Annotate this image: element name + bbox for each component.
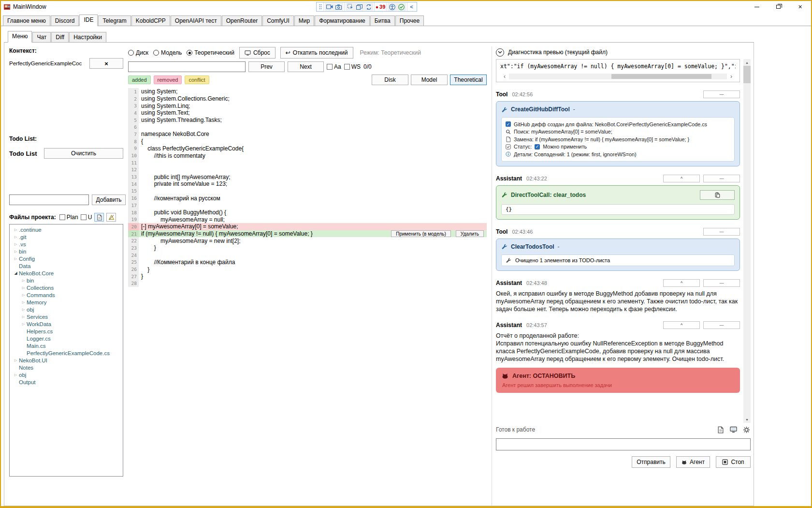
minimize-message-button[interactable]: — (703, 175, 740, 182)
tree-item-bin[interactable]: ▷bin (10, 277, 123, 284)
tree-item-logger-cs[interactable]: Logger.cs (10, 335, 123, 342)
record-video-button[interactable] (325, 3, 334, 11)
hscroll-thumb[interactable] (611, 74, 711, 79)
tree-collapsed-icon[interactable]: ▷ (13, 359, 19, 362)
tree-expanded-icon[interactable]: ◢ (13, 271, 19, 275)
tree-item-notes[interactable]: Notes (10, 364, 123, 371)
tree-item-collections[interactable]: ▷Collections (10, 284, 123, 291)
tree-item-data[interactable]: Data (10, 262, 123, 269)
tree-item-bin[interactable]: ▷bin (10, 248, 123, 255)
tree-item-services[interactable]: ▷Services (10, 313, 123, 320)
minimize-message-button[interactable]: — (703, 90, 740, 98)
tree-collapsed-icon[interactable]: ▷ (13, 228, 19, 232)
select-region-button[interactable] (346, 3, 355, 11)
whitespace-checkbox[interactable]: WS (344, 63, 361, 70)
sub-tab-diff[interactable]: Diff (51, 32, 69, 42)
reset-button[interactable]: Сброс (239, 47, 276, 59)
main-tab-главное-меню[interactable]: Главное меню (3, 15, 50, 26)
scroll-down-icon[interactable]: ▼ (743, 416, 751, 423)
add-todo-button[interactable]: Добавить (92, 194, 126, 205)
tool-call-action-button[interactable] (700, 190, 735, 200)
chat-input[interactable] (496, 438, 751, 450)
tree-item-commands[interactable]: ▷Commands (10, 291, 123, 299)
hscroll-track[interactable] (509, 74, 727, 79)
tree-item-obj[interactable]: ▷obj (10, 306, 123, 313)
vscroll-thumb[interactable] (743, 66, 751, 83)
prev-match-button[interactable]: Prev (248, 61, 285, 72)
tree-collapsed-icon[interactable]: ▷ (20, 279, 27, 283)
main-tab-telegram[interactable]: Telegram (98, 15, 130, 26)
view-disk-button[interactable]: Disk (372, 75, 408, 85)
tree-collapsed-icon[interactable]: ▷ (13, 250, 19, 254)
tree-item-git[interactable]: ▷.git (10, 233, 123, 240)
tree-item-main-cs[interactable]: Main.cs (10, 342, 123, 349)
messages-scrollbar[interactable]: ▲ ▼ (743, 59, 751, 423)
tree-collapsed-icon[interactable]: ▷ (13, 235, 19, 239)
remove-context-button[interactable]: × (89, 58, 123, 69)
view-model-button[interactable]: Model (411, 75, 448, 85)
view-theoretical-button[interactable]: Theoretical (450, 75, 487, 85)
collapse-panel-button[interactable] (496, 48, 504, 57)
tree-item-perfectlygenericexamplecode-cs[interactable]: PerfectlyGenericExampleCode.cs (10, 349, 123, 357)
screenshot-camera-button[interactable] (334, 3, 343, 11)
revert-last-button[interactable]: ↩Откатить последний (280, 47, 353, 59)
collapse-message-button[interactable]: ^ (663, 279, 700, 287)
minimize-message-button[interactable]: — (703, 279, 740, 287)
tree-collapsed-icon[interactable]: ▷ (13, 257, 19, 261)
radio-model[interactable]: Модель (153, 49, 182, 56)
radio-disk[interactable]: Диск (128, 49, 148, 56)
radio-theoretical[interactable]: Теоретический (187, 49, 234, 56)
window-capture-button[interactable] (355, 3, 364, 11)
tree-collapsed-icon[interactable]: ▷ (20, 308, 27, 312)
accessibility-button[interactable] (388, 3, 397, 11)
minimize-message-button[interactable]: — (703, 228, 740, 236)
send-button[interactable]: Отправить (632, 456, 670, 468)
recorder-grip[interactable] (318, 2, 324, 11)
screen-capture-button[interactable] (729, 425, 738, 434)
preview-hscrollbar[interactable]: ‹ › (500, 73, 736, 80)
minimize-message-button[interactable]: — (703, 321, 740, 329)
delete-change-button[interactable]: Удалить (456, 230, 484, 237)
stop-button[interactable]: Стоп (716, 456, 751, 468)
main-tab-битва[interactable]: Битва (370, 15, 395, 26)
tree-item-nekobot-core[interactable]: ◢NekoBot.Core (10, 269, 123, 277)
tree-collapsed-icon[interactable]: ▷ (20, 293, 27, 297)
tree-collapsed-icon[interactable]: ▷ (20, 286, 27, 290)
tree-item-helpers-cs[interactable]: Helpers.cs (10, 328, 123, 335)
status-ok-button[interactable] (397, 3, 406, 11)
main-tab-мир[interactable]: Мир (294, 15, 314, 26)
scroll-right-icon[interactable]: › (727, 74, 736, 79)
search-input[interactable] (128, 61, 246, 72)
sub-tab-настройки[interactable]: Настройки (69, 32, 106, 42)
tree-item-workdata[interactable]: ▷WorkData (10, 320, 123, 328)
show-docs-toggle-button[interactable] (94, 213, 104, 222)
plan-checkbox[interactable]: Plan (59, 214, 78, 221)
main-tab-openrouter[interactable]: OpenRouter (222, 15, 262, 26)
tree-collapsed-icon[interactable]: ▷ (13, 373, 19, 377)
main-tab-форматирование[interactable]: Форматирование (315, 15, 370, 26)
tree-item-nekobot-ui[interactable]: ▷NekoBot.UI (10, 357, 123, 364)
vscroll-track[interactable] (743, 66, 751, 416)
todo-input[interactable] (9, 194, 89, 205)
tree-item-obj[interactable]: ▷obj (10, 371, 123, 378)
minimize-window-button[interactable] (746, 1, 768, 13)
todo-listbox[interactable] (9, 164, 123, 190)
tree-item-config[interactable]: ▷Config (10, 255, 123, 262)
tree-item-vs[interactable]: ▷.vs (10, 240, 123, 248)
hide-warnings-toggle-button[interactable] (106, 213, 116, 222)
main-tab-openaiapi-тест[interactable]: OpenAIAPI тест (171, 15, 221, 26)
agent-button[interactable]: Агент (676, 456, 710, 468)
restore-window-button[interactable] (768, 1, 789, 13)
sub-tab-меню[interactable]: Меню (8, 31, 32, 43)
main-tab-koboldcpp[interactable]: KoboldCPP (131, 15, 170, 26)
tree-item-output[interactable]: Output (10, 378, 123, 386)
tree-collapsed-icon[interactable]: ▷ (20, 322, 27, 326)
settings-gear-button[interactable] (742, 425, 751, 434)
main-tab-ide[interactable]: IDE (79, 15, 98, 26)
sub-tab-чат[interactable]: Чат (32, 32, 51, 42)
tree-collapsed-icon[interactable]: ▷ (20, 315, 27, 319)
copy-log-button[interactable] (716, 425, 725, 434)
repeat-capture-button[interactable] (364, 3, 373, 11)
main-tab-discord[interactable]: Discord (51, 15, 79, 26)
tree-item-continue[interactable]: ▷.continue (10, 226, 123, 233)
